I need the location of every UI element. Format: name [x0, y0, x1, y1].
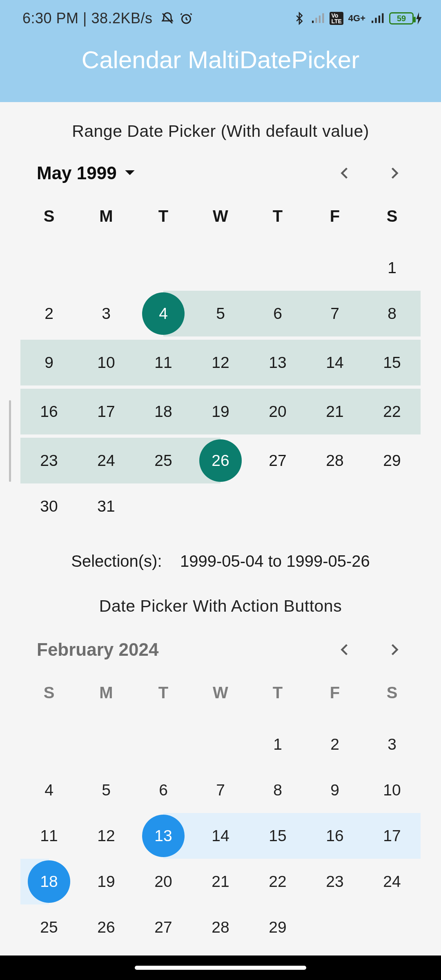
day-cell[interactable]: 28: [192, 904, 249, 950]
day-cell-range-end[interactable]: 26: [192, 438, 249, 483]
day-cell[interactable]: 17: [363, 813, 421, 859]
day-cell[interactable]: 6: [249, 291, 306, 336]
network-4gplus-icon: 4G+: [348, 14, 365, 22]
alarm-icon: [179, 11, 194, 26]
calendar2: February 2024 S M T W T F S: [20, 623, 421, 950]
day-cell[interactable]: 22: [249, 859, 306, 904]
day-cell[interactable]: 22: [363, 389, 421, 434]
day-cell-range-end[interactable]: 18: [20, 859, 78, 904]
chevron-right-icon: [387, 166, 401, 180]
day-cell[interactable]: 15: [249, 813, 306, 859]
status-time: 6:30 PM | 38.2KB/s: [22, 10, 153, 27]
day-cell[interactable]: 5: [78, 767, 135, 813]
day-cell[interactable]: 14: [306, 340, 363, 385]
day-empty: [192, 245, 249, 291]
day-cell[interactable]: 26: [78, 904, 135, 950]
day-cell[interactable]: 16: [306, 813, 363, 859]
day-cell[interactable]: 29: [249, 904, 306, 950]
day-empty: [192, 722, 249, 767]
day-cell[interactable]: 9: [20, 340, 78, 385]
page-title: Calendar MaltiDatePicker: [0, 37, 441, 74]
next-month-button[interactable]: [380, 159, 408, 187]
day-cell[interactable]: 24: [78, 438, 135, 483]
prev-month-button[interactable]: [331, 635, 359, 664]
day-cell[interactable]: 11: [135, 340, 192, 385]
next-month-button[interactable]: [380, 635, 408, 664]
calendar2-grid: S M T W T F S 1 2 3 4 5 6 7 8: [20, 676, 421, 950]
dow: F: [306, 676, 363, 722]
dow: M: [78, 676, 135, 722]
day-cell[interactable]: 11: [20, 813, 78, 859]
day-cell[interactable]: 20: [135, 859, 192, 904]
day-cell[interactable]: 18: [135, 389, 192, 434]
day-cell[interactable]: 19: [192, 389, 249, 434]
scroll-indicator: [9, 400, 11, 482]
day-cell[interactable]: 28: [306, 438, 363, 483]
bluetooth-icon: [293, 12, 306, 25]
dow: T: [249, 676, 306, 722]
day-cell[interactable]: 21: [306, 389, 363, 434]
day-cell[interactable]: 12: [78, 813, 135, 859]
day-cell[interactable]: 16: [20, 389, 78, 434]
day-cell[interactable]: 15: [363, 340, 421, 385]
dow: T: [249, 200, 306, 245]
dow: W: [192, 200, 249, 245]
day-cell[interactable]: 7: [306, 291, 363, 336]
day-empty: [78, 245, 135, 291]
day-cell[interactable]: 7: [192, 767, 249, 813]
day-empty: [306, 245, 363, 291]
day-cell[interactable]: 21: [192, 859, 249, 904]
dow: M: [78, 200, 135, 245]
day-cell[interactable]: 8: [249, 767, 306, 813]
system-nav-bar: [0, 956, 441, 980]
dow: W: [192, 676, 249, 722]
day-empty: [135, 483, 192, 529]
day-cell[interactable]: 4: [20, 767, 78, 813]
day-cell[interactable]: 2: [306, 722, 363, 767]
day-cell[interactable]: 27: [135, 904, 192, 950]
day-cell[interactable]: 23: [20, 438, 78, 483]
day-cell[interactable]: 17: [78, 389, 135, 434]
chevron-left-icon: [338, 166, 352, 180]
chevron-left-icon: [338, 642, 352, 657]
month-label: February 2024: [37, 639, 158, 660]
day-cell[interactable]: 2: [20, 291, 78, 336]
day-cell[interactable]: 1: [363, 245, 421, 291]
dow: T: [135, 200, 192, 245]
day-cell[interactable]: 27: [249, 438, 306, 483]
status-bar: 6:30 PM | 38.2KB/s VoLTE 4G+: [0, 0, 441, 37]
dnd-icon: [160, 11, 175, 26]
day-cell[interactable]: 3: [78, 291, 135, 336]
app-bar: 6:30 PM | 38.2KB/s VoLTE 4G+: [0, 0, 441, 102]
day-cell[interactable]: 3: [363, 722, 421, 767]
day-empty: [20, 722, 78, 767]
day-cell[interactable]: 24: [363, 859, 421, 904]
prev-month-button[interactable]: [331, 159, 359, 187]
day-cell[interactable]: 10: [78, 340, 135, 385]
day-cell[interactable]: 14: [192, 813, 249, 859]
month-selector[interactable]: May 1999: [20, 163, 136, 183]
day-cell[interactable]: 20: [249, 389, 306, 434]
day-cell[interactable]: 8: [363, 291, 421, 336]
day-cell[interactable]: 12: [192, 340, 249, 385]
chevron-right-icon: [387, 642, 401, 657]
charging-icon: [415, 12, 423, 24]
day-cell[interactable]: 25: [135, 438, 192, 483]
month-selector[interactable]: February 2024: [20, 639, 158, 660]
day-cell[interactable]: 25: [20, 904, 78, 950]
day-cell[interactable]: 29: [363, 438, 421, 483]
day-cell[interactable]: 10: [363, 767, 421, 813]
day-cell-range-start[interactable]: 13: [135, 813, 192, 859]
day-cell-range-start[interactable]: 4: [135, 291, 192, 336]
day-cell[interactable]: 9: [306, 767, 363, 813]
day-cell[interactable]: 30: [20, 483, 78, 529]
day-cell[interactable]: 13: [249, 340, 306, 385]
day-cell[interactable]: 23: [306, 859, 363, 904]
day-cell[interactable]: 19: [78, 859, 135, 904]
day-cell[interactable]: 6: [135, 767, 192, 813]
day-cell[interactable]: 1: [249, 722, 306, 767]
day-cell[interactable]: 31: [78, 483, 135, 529]
dow: F: [306, 200, 363, 245]
gesture-pill[interactable]: [135, 966, 306, 970]
day-cell[interactable]: 5: [192, 291, 249, 336]
